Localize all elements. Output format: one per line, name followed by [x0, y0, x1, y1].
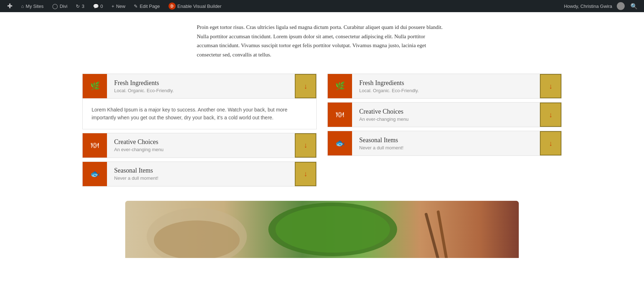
adminbar-divi[interactable]: ◯ Divi	[49, 0, 71, 12]
accordion-toggle-seasonal-left[interactable]: ↓	[295, 162, 316, 186]
accordion-title-seasonal-left: Seasonal Items	[114, 167, 288, 174]
accordion-icon-fish-left: 🐟	[83, 162, 107, 186]
accordion-icon-fork-right: 🍽	[328, 103, 352, 127]
divi-d-icon: D	[169, 3, 176, 10]
refresh-icon: ↻	[76, 4, 80, 9]
accordion-body-text-fresh-left: Lorem Khaled Ipsum is a major key to suc…	[92, 106, 307, 122]
accordion-title-fresh-right: Fresh Ingredients	[359, 79, 533, 87]
adminbar-new[interactable]: + New	[108, 0, 129, 12]
plus-icon: +	[112, 4, 114, 9]
accordion-subtitle-fresh-right: Local. Organic. Eco-Friendly.	[359, 88, 533, 93]
accordion-subtitle-seasonal-left: Never a dull moment!	[114, 175, 288, 181]
accordion-body-fresh-left: Lorem Khaled Ipsum is a major key to suc…	[83, 98, 316, 129]
down-arrow-icon-5: ↓	[549, 111, 552, 119]
accordion-column-right: 🌿 Fresh Ingredients Local. Organic. Eco-…	[327, 74, 562, 187]
bottom-image-inner	[125, 201, 519, 258]
accordion-creative-choices-right: 🍽 Creative Choices An ever-changing menu…	[327, 102, 562, 127]
leaf-icon-right: 🌿	[335, 81, 345, 91]
down-arrow-icon-4: ↓	[549, 82, 552, 90]
accordion-title-creative-right: Creative Choices	[359, 108, 533, 115]
accordions-container: 🌿 Fresh Ingredients Local. Organic. Eco-…	[0, 74, 644, 187]
accordion-header-creative-left[interactable]: 🍽 Creative Choices An ever-changing menu…	[83, 133, 316, 158]
accordion-icon-fork-left: 🍽	[83, 133, 107, 158]
down-arrow-icon-2: ↓	[304, 141, 307, 149]
accordion-subtitle-creative-left: An ever-changing menu	[114, 147, 288, 152]
search-icon[interactable]: 🔍	[628, 3, 640, 10]
down-arrow-icon-6: ↓	[549, 139, 552, 148]
accordion-toggle-creative-right[interactable]: ↓	[540, 103, 561, 127]
divi-site-icon: ◯	[52, 3, 58, 9]
accordion-seasonal-left: 🐟 Seasonal Items Never a dull moment! ↓	[82, 162, 317, 187]
adminbar-comments[interactable]: 💬 0	[89, 0, 107, 12]
down-arrow-icon-3: ↓	[304, 170, 307, 178]
intro-paragraph: Proin eget tortor risus. Cras ultricies …	[190, 23, 454, 59]
accordion-header-seasonal-left[interactable]: 🐟 Seasonal Items Never a dull moment! ↓	[83, 162, 316, 186]
divi-label: Divi	[60, 4, 68, 9]
bottom-food-image	[125, 201, 519, 258]
fork-icon: 🍽	[91, 141, 99, 150]
accordion-header-creative-right[interactable]: 🍽 Creative Choices An ever-changing menu…	[328, 103, 561, 127]
accordion-column-left: 🌿 Fresh Ingredients Local. Organic. Eco-…	[82, 74, 317, 187]
edit-page-label: Edit Page	[140, 4, 160, 9]
my-sites-label: My Sites	[26, 4, 44, 9]
accordion-header-seasonal-right[interactable]: 🐟 Seasonal Items Never a dull moment! ↓	[328, 131, 561, 155]
accordion-icon-leaf-right: 🌿	[328, 74, 352, 98]
adminbar-wordpress-logo[interactable]: ✚	[4, 0, 16, 12]
user-avatar[interactable]	[617, 2, 625, 10]
accordion-header-fresh-right[interactable]: 🌿 Fresh Ingredients Local. Organic. Eco-…	[328, 74, 561, 98]
new-label: New	[116, 4, 125, 9]
house-icon: ⌂	[21, 4, 24, 9]
accordion-creative-choices-left: 🍽 Creative Choices An ever-changing menu…	[82, 133, 317, 158]
accordion-title-area-seasonal-left: Seasonal Items Never a dull moment!	[107, 162, 295, 186]
accordion-fresh-ingredients-right: 🌿 Fresh Ingredients Local. Organic. Eco-…	[327, 74, 562, 99]
adminbar-edit-page[interactable]: ✎ Edit Page	[130, 0, 163, 12]
accordion-toggle-seasonal-right[interactable]: ↓	[540, 131, 561, 155]
accordion-toggle-fresh-right[interactable]: ↓	[540, 74, 561, 98]
accordion-title-creative-left: Creative Choices	[114, 138, 288, 146]
adminbar-left: ✚ ⌂ My Sites ◯ Divi ↻ 3 💬 0 + New ✎ Edit…	[4, 0, 564, 12]
accordion-toggle-creative-left[interactable]: ↓	[295, 133, 316, 158]
accordion-fresh-ingredients-left: 🌿 Fresh Ingredients Local. Organic. Eco-…	[82, 74, 317, 129]
adminbar-enable-visual-builder[interactable]: D Enable Visual Builder	[165, 0, 225, 12]
fork-icon-right: 🍽	[336, 110, 344, 119]
adminbar-right: Howdy, Christina Gwira 🔍	[564, 2, 640, 10]
intro-text-content: Proin eget tortor risus. Cras ultricies …	[197, 23, 447, 59]
fish-icon-right: 🐟	[335, 139, 345, 148]
adminbar-my-sites[interactable]: ⌂ My Sites	[18, 0, 47, 12]
accordion-seasonal-right: 🐟 Seasonal Items Never a dull moment! ↓	[327, 131, 562, 156]
food-image-svg	[125, 201, 519, 258]
page-content: Proin eget tortor risus. Cras ultricies …	[0, 12, 644, 258]
user-greeting: Howdy, Christina Gwira	[564, 4, 612, 9]
adminbar-updates[interactable]: ↻ 3	[72, 0, 88, 12]
bottom-image-container	[0, 201, 644, 258]
accordion-header-fresh-ingredients-left[interactable]: 🌿 Fresh Ingredients Local. Organic. Eco-…	[83, 74, 316, 98]
wordpress-icon: ✚	[7, 2, 13, 10]
updates-count: 3	[82, 4, 84, 9]
svg-point-4	[275, 206, 390, 253]
enable-visual-builder-label: Enable Visual Builder	[177, 4, 221, 9]
svg-point-2	[154, 220, 240, 258]
accordion-title-seasonal-right: Seasonal Items	[359, 136, 533, 144]
leaf-icon: 🌿	[90, 81, 100, 91]
accordion-toggle-fresh-left[interactable]: ↓	[295, 74, 316, 98]
admin-bar: ✚ ⌂ My Sites ◯ Divi ↻ 3 💬 0 + New ✎ Edit…	[0, 0, 644, 12]
accordion-subtitle-fresh-left: Local. Organic. Eco-Friendly.	[114, 88, 288, 93]
comments-count: 0	[101, 4, 103, 9]
accordion-icon-leaf-left: 🌿	[83, 74, 107, 98]
accordion-title-area-creative-left: Creative Choices An ever-changing menu	[107, 133, 295, 158]
accordion-title-area-fresh-left: Fresh Ingredients Local. Organic. Eco-Fr…	[107, 74, 295, 98]
accordion-title-area-creative-right: Creative Choices An ever-changing menu	[352, 103, 540, 127]
accordion-subtitle-creative-right: An ever-changing menu	[359, 116, 533, 122]
down-arrow-icon: ↓	[304, 82, 307, 90]
accordion-subtitle-seasonal-right: Never a dull moment!	[359, 145, 533, 150]
pencil-icon: ✎	[134, 4, 138, 9]
comment-icon: 💬	[93, 4, 99, 9]
accordion-title-area-fresh-right: Fresh Ingredients Local. Organic. Eco-Fr…	[352, 74, 540, 98]
accordion-icon-fish-right: 🐟	[328, 131, 352, 155]
fish-icon: 🐟	[90, 169, 100, 179]
accordion-title-area-seasonal-right: Seasonal Items Never a dull moment!	[352, 131, 540, 155]
accordion-title-fresh-left: Fresh Ingredients	[114, 79, 288, 87]
